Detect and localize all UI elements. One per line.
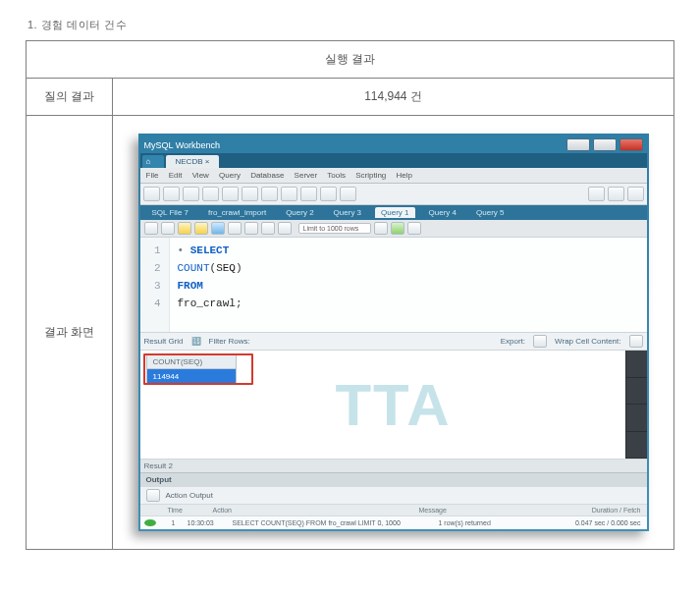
line-gutter: 1 2 3 4	[140, 238, 170, 332]
toolbar-button[interactable]	[320, 187, 337, 201]
toolbar-button[interactable]	[143, 187, 160, 201]
row-time: 10:30:03	[182, 516, 227, 529]
output-mode[interactable]: Action Output	[166, 491, 213, 500]
col-message: Message	[413, 505, 502, 515]
output-toolbar: Action Output	[140, 486, 647, 504]
execute-button[interactable]	[178, 222, 191, 235]
result-table: 실행 결과 질의 결과 114,944 건 결과 화면 MySQL Workbe…	[26, 40, 674, 550]
wrap-button[interactable]	[629, 335, 643, 348]
query-tab-active[interactable]: Query 1	[375, 207, 414, 218]
editor-button[interactable]	[244, 222, 258, 235]
editor-button[interactable]	[374, 222, 388, 235]
menu-query[interactable]: Query	[219, 171, 241, 180]
side-tab[interactable]	[626, 405, 647, 432]
editor-button[interactable]	[144, 222, 158, 235]
toolbar-button[interactable]	[627, 187, 644, 201]
toolbar-button[interactable]	[242, 187, 258, 201]
filter-rows-label: Filter Rows:	[209, 337, 250, 346]
row-query-result-value: 114,944 건	[113, 79, 674, 116]
result-grid-label: Result Grid	[144, 337, 184, 346]
toolbar-button[interactable]	[202, 187, 219, 201]
close-button[interactable]	[619, 138, 643, 151]
grid-cell-value[interactable]: 114944	[147, 369, 236, 384]
output-header: Output	[140, 472, 647, 486]
status-ok-icon	[144, 519, 156, 526]
result-panel: TTA COUNT(SEQ) 114944	[140, 351, 647, 459]
menu-help[interactable]: Help	[397, 171, 412, 180]
window-buttons	[566, 138, 643, 151]
editor-button[interactable]	[261, 222, 275, 235]
toolbar-button[interactable]	[281, 187, 297, 201]
col-time: Time	[162, 505, 207, 515]
side-tab[interactable]	[626, 432, 647, 460]
query-tab[interactable]: Query 5	[470, 207, 510, 218]
toolbar-button[interactable]	[300, 187, 317, 201]
row-index: 1	[160, 516, 182, 529]
row-result-screen-label: 결과 화면	[27, 116, 113, 550]
editor-button[interactable]	[391, 222, 404, 235]
editor-button[interactable]	[228, 222, 242, 235]
query-tab[interactable]: Query 4	[423, 207, 462, 218]
menu-tools[interactable]: Tools	[327, 171, 346, 180]
result-side-tabs	[625, 351, 647, 459]
query-tab[interactable]: Query 3	[328, 207, 367, 218]
menu-database[interactable]: Database	[250, 171, 284, 180]
db-tab[interactable]: NECDB ×	[166, 155, 220, 168]
row-query-result-label: 질의 결과	[27, 79, 113, 116]
export-label: Export:	[501, 337, 525, 346]
menu-view[interactable]: View	[192, 171, 209, 180]
result-grid[interactable]: COUNT(SEQ) 114944	[146, 354, 237, 385]
output-clear-button[interactable]	[146, 489, 160, 502]
menu-scripting[interactable]: Scripting	[355, 171, 386, 180]
section-heading: 1. 경험 데이터 건수	[27, 18, 674, 32]
grid-header: COUNT(SEQ)	[147, 355, 236, 369]
execute-current-button[interactable]	[194, 222, 208, 235]
code-body[interactable]: • SELECT COUNT(SEQ) FROM fro_crawl;	[170, 238, 242, 332]
window-title: MySQL Workbench	[144, 140, 221, 150]
menu-file[interactable]: File	[146, 171, 159, 180]
query-tab[interactable]: SQL File 7	[146, 207, 195, 218]
toolbar-button[interactable]	[163, 187, 180, 201]
col-duration: Duration / Fetch	[502, 505, 647, 515]
mysql-workbench-window: MySQL Workbench ⌂ NECDB × File Edit View…	[138, 134, 649, 531]
output-columns: Time Action Message Duration / Fetch	[140, 504, 647, 516]
home-tab[interactable]: ⌂	[142, 155, 164, 168]
toolbar-button[interactable]	[183, 187, 199, 201]
query-tab[interactable]: Query 2	[280, 207, 319, 218]
toolbar-button[interactable]	[261, 187, 278, 201]
col-action: Action	[207, 505, 413, 515]
window-titlebar: MySQL Workbench	[140, 135, 647, 153]
row-action: SELECT COUNT(SEQ) FROM fro_crawl LIMIT 0…	[227, 516, 433, 529]
editor-button[interactable]	[407, 222, 421, 235]
result-toolbar: Result Grid 🔢 Filter Rows: Export: Wrap …	[140, 332, 647, 351]
menu-bar: File Edit View Query Database Server Too…	[140, 168, 647, 184]
toolbar-button[interactable]	[588, 187, 605, 201]
minimize-button[interactable]	[566, 138, 590, 151]
row-message: 1 row(s) returned	[433, 516, 521, 529]
toolbar-button[interactable]	[222, 187, 239, 201]
query-tab[interactable]: fro_crawl_import	[202, 207, 272, 218]
editor-button[interactable]	[278, 222, 292, 235]
table-title: 실행 결과	[27, 41, 674, 79]
output-row[interactable]: 1 10:30:03 SELECT COUNT(SEQ) FROM fro_cr…	[140, 516, 647, 529]
row-duration: 0.047 sec / 0.000 sec	[521, 516, 647, 529]
row-limit-select[interactable]: Limit to 1000 rows	[298, 223, 372, 234]
main-toolbar	[140, 184, 647, 205]
toolbar-button[interactable]	[340, 187, 356, 201]
menu-edit[interactable]: Edit	[169, 171, 183, 180]
wrap-label: Wrap Cell Content:	[555, 337, 620, 346]
editor-toolbar: Limit to 1000 rows	[140, 220, 647, 238]
side-tab[interactable]	[626, 378, 647, 406]
toolbar-button[interactable]	[608, 187, 624, 201]
connection-tabs: ⌂ NECDB ×	[140, 153, 647, 168]
result-tab-strip[interactable]: Result 2	[140, 459, 647, 472]
export-button[interactable]	[533, 335, 547, 348]
side-tab[interactable]	[626, 351, 647, 378]
editor-button[interactable]	[161, 222, 175, 235]
maximize-button[interactable]	[593, 138, 617, 151]
sql-editor[interactable]: 1 2 3 4 • SELECT COUNT(SEQ) FROM fro_cra…	[140, 238, 647, 332]
query-tabs: SQL File 7 fro_crawl_import Query 2 Quer…	[140, 205, 647, 220]
menu-server[interactable]: Server	[295, 171, 318, 180]
editor-button[interactable]	[211, 222, 225, 235]
row-result-screen-cell: MySQL Workbench ⌂ NECDB × File Edit View…	[113, 116, 674, 550]
